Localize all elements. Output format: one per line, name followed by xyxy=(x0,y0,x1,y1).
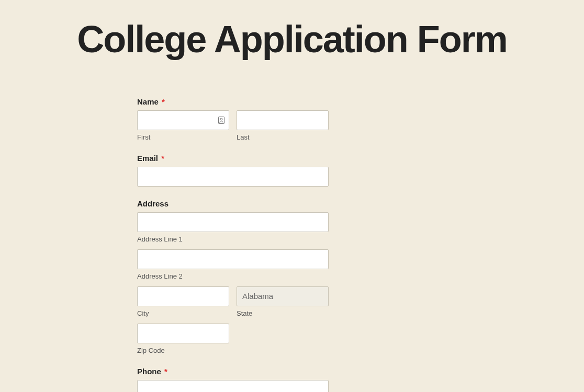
svg-point-1 xyxy=(220,118,222,120)
email-input[interactable] xyxy=(137,167,329,187)
application-form: Name * First Las xyxy=(137,97,329,392)
phone-input[interactable] xyxy=(137,380,329,392)
required-marker: * xyxy=(164,367,167,376)
phone-label-text: Phone xyxy=(137,367,161,376)
first-name-input[interactable] xyxy=(137,110,229,130)
last-name-sublabel: Last xyxy=(237,133,329,141)
last-name-input[interactable] xyxy=(237,110,329,130)
page-title: College Application Form xyxy=(0,20,584,60)
phone-label: Phone * xyxy=(137,367,329,376)
required-marker: * xyxy=(162,97,165,106)
name-label-text: Name xyxy=(137,97,159,106)
name-label: Name * xyxy=(137,97,329,106)
state-select-value: Alabama xyxy=(242,292,273,301)
address-line1-input[interactable] xyxy=(137,212,329,232)
first-name-sublabel: First xyxy=(137,133,229,141)
address-line2-sublabel: Address Line 2 xyxy=(137,272,329,280)
zip-input[interactable] xyxy=(137,324,229,343)
email-label: Email * xyxy=(137,154,329,163)
address-line2-input[interactable] xyxy=(137,249,329,269)
address-label: Address xyxy=(137,199,329,208)
state-select[interactable]: Alabama xyxy=(237,286,329,306)
state-sublabel: State xyxy=(237,309,329,317)
email-label-text: Email xyxy=(137,154,158,163)
required-marker: * xyxy=(161,154,164,163)
zip-sublabel: Zip Code xyxy=(137,347,229,354)
address-label-text: Address xyxy=(137,199,169,208)
phone-field-block: Phone * xyxy=(137,367,329,392)
email-field-block: Email * xyxy=(137,154,329,187)
address-line1-sublabel: Address Line 1 xyxy=(137,235,329,243)
city-sublabel: City xyxy=(137,309,229,317)
address-field-block: Address Address Line 1 Address Line 2 Ci… xyxy=(137,199,329,354)
city-input[interactable] xyxy=(137,286,229,306)
name-field-block: Name * First Las xyxy=(137,97,329,141)
contact-card-icon xyxy=(218,116,225,124)
